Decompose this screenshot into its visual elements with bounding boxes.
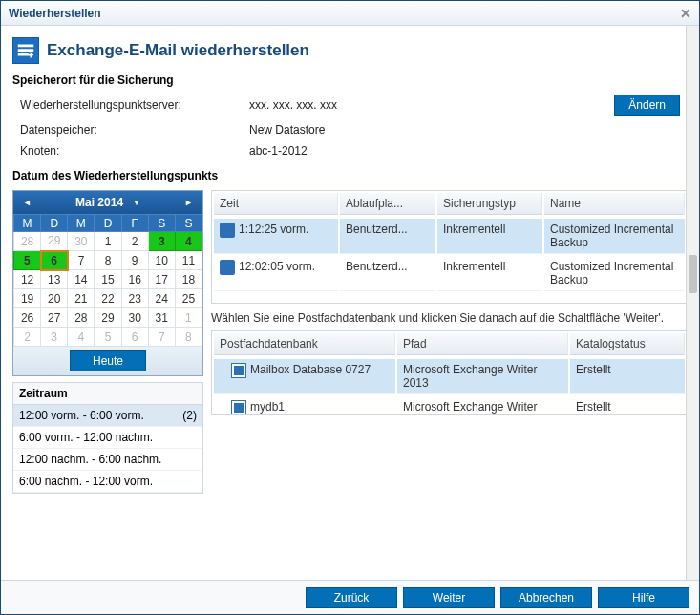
calendar-day[interactable]: 17 xyxy=(148,270,175,289)
calendar-day[interactable]: 6 xyxy=(121,328,148,347)
value-server: xxx. xxx. xxx. xxx xyxy=(249,98,614,112)
calendar-day[interactable]: 21 xyxy=(68,289,95,308)
database-icon xyxy=(231,363,246,378)
dialog-titlebar: Wiederherstellen ✕ xyxy=(1,1,699,26)
calendar-prev-icon[interactable]: ◄ xyxy=(17,196,37,209)
calendar-day[interactable]: 20 xyxy=(41,289,68,308)
calendar-day[interactable]: 4 xyxy=(68,328,95,347)
calendar-dow: D xyxy=(41,215,68,232)
col-type[interactable]: Sicherungstyp xyxy=(437,193,542,215)
scrollbar[interactable] xyxy=(686,26,699,580)
calendar-day[interactable]: 26 xyxy=(14,308,41,328)
time-period-row[interactable]: 6:00 nachm. - 12:00 vorm. xyxy=(13,471,202,493)
calendar-day[interactable]: 30 xyxy=(68,232,95,251)
calendar-day[interactable]: 6 xyxy=(41,251,68,270)
cell-path: Microsoft Exchange Writer 2013 xyxy=(397,396,568,414)
calendar-next-icon[interactable]: ► xyxy=(179,196,199,209)
time-period-count: (2) xyxy=(182,409,197,422)
calendar-day[interactable]: 9 xyxy=(121,251,148,270)
cell-type: Inkrementell xyxy=(437,219,542,254)
calendar-day[interactable]: 15 xyxy=(95,270,121,289)
calendar-day[interactable]: 22 xyxy=(95,289,121,308)
mailbox-db-row[interactable]: Mailbox Database 0727Microsoft Exchange … xyxy=(214,359,685,394)
calendar-day[interactable]: 25 xyxy=(175,289,202,308)
calendar-day[interactable]: 5 xyxy=(14,251,41,270)
hint-text: Wählen Sie eine Postfachdatenbank und kl… xyxy=(211,311,688,325)
section-backup-location: Speicherort für die Sicherung xyxy=(12,74,688,87)
calendar-day[interactable]: 8 xyxy=(175,328,202,347)
time-period-row[interactable]: 12:00 nachm. - 6:00 nachm. xyxy=(13,449,202,471)
today-button[interactable]: Heute xyxy=(70,350,146,371)
calendar-day[interactable]: 29 xyxy=(41,232,68,251)
value-node: abc-1-2012 xyxy=(249,144,614,158)
calendar-day[interactable]: 18 xyxy=(175,270,202,289)
col-time[interactable]: Zeit xyxy=(214,193,338,215)
calendar-day[interactable]: 11 xyxy=(175,251,202,270)
col-path[interactable]: Pfad xyxy=(397,333,568,355)
mailbox-db-row[interactable]: mydb1Microsoft Exchange Writer 2013Erste… xyxy=(214,396,685,414)
section-recovery-date: Datum des Wiederherstellungspunkts xyxy=(12,169,688,182)
calendar-day[interactable]: 31 xyxy=(148,308,175,328)
time-period-row[interactable]: 6:00 vorm. - 12:00 nachm. xyxy=(13,427,202,449)
recovery-point-icon xyxy=(220,223,235,238)
cell-status: Erstellt xyxy=(570,359,685,394)
cancel-button[interactable]: Abbrechen xyxy=(500,587,592,608)
cell-status: Erstellt xyxy=(570,396,685,414)
calendar-day[interactable]: 2 xyxy=(121,232,148,251)
calendar-day[interactable]: 14 xyxy=(68,270,95,289)
dialog-title: Wiederherstellen xyxy=(9,7,101,20)
calendar-day[interactable]: 3 xyxy=(41,328,68,347)
calendar-day[interactable]: 29 xyxy=(95,308,121,328)
calendar-day[interactable]: 5 xyxy=(95,328,121,347)
calendar-day[interactable]: 4 xyxy=(175,232,202,251)
next-button[interactable]: Weiter xyxy=(403,587,495,608)
col-name[interactable]: Name xyxy=(544,193,685,215)
calendar-dow: S xyxy=(148,215,175,232)
back-button[interactable]: Zurück xyxy=(306,587,397,608)
calendar-day[interactable]: 2 xyxy=(14,328,41,347)
calendar-day[interactable]: 28 xyxy=(14,232,41,251)
calendar-day[interactable]: 3 xyxy=(148,232,175,251)
chevron-down-icon[interactable]: ▼ xyxy=(133,199,140,207)
calendar-day[interactable]: 7 xyxy=(148,328,175,347)
calendar-day[interactable]: 27 xyxy=(41,308,68,328)
calendar-day[interactable]: 19 xyxy=(14,289,41,308)
calendar-day[interactable]: 10 xyxy=(148,251,175,270)
recovery-point-row[interactable]: 1:12:25 vorm.Benutzerd...InkrementellCus… xyxy=(214,219,685,254)
label-datastore: Datenspeicher: xyxy=(20,123,249,137)
time-period-label: 6:00 vorm. - 12:00 nachm. xyxy=(19,431,153,444)
calendar-day[interactable]: 13 xyxy=(41,270,68,289)
recovery-point-row[interactable]: 12:02:05 vorm.Benutzerd...InkrementellCu… xyxy=(214,256,685,291)
calendar-day[interactable]: 16 xyxy=(121,270,148,289)
calendar-day[interactable]: 12 xyxy=(14,270,41,289)
calendar-day[interactable]: 1 xyxy=(95,232,121,251)
col-catalog-status[interactable]: Katalogstatus xyxy=(570,333,685,355)
calendar-day[interactable]: 24 xyxy=(148,289,175,308)
calendar-day[interactable]: 7 xyxy=(68,251,95,270)
calendar-dow: M xyxy=(14,215,41,232)
calendar-day[interactable]: 30 xyxy=(121,308,148,328)
value-datastore: New Datastore xyxy=(249,123,614,137)
time-period-label: 6:00 nachm. - 12:00 vorm. xyxy=(19,475,153,488)
calendar-dow: D xyxy=(95,215,121,232)
scrollbar-thumb[interactable] xyxy=(689,255,697,293)
cell-db: mydb1 xyxy=(250,400,285,414)
calendar-day[interactable]: 23 xyxy=(121,289,148,308)
database-icon xyxy=(231,400,246,414)
calendar-day[interactable]: 1 xyxy=(175,308,202,328)
col-mailbox-db[interactable]: Postfachdatenbank xyxy=(214,333,395,355)
close-icon[interactable]: ✕ xyxy=(680,6,691,21)
calendar-month[interactable]: Mai 2014 xyxy=(75,196,123,209)
help-button[interactable]: Hilfe xyxy=(598,587,689,608)
cell-type: Inkrementell xyxy=(437,256,542,291)
calendar-day[interactable]: 28 xyxy=(68,308,95,328)
cell-time: 12:02:05 vorm. xyxy=(239,260,315,273)
cell-db: Mailbox Database 0727 xyxy=(250,363,371,376)
exchange-restore-icon xyxy=(12,37,39,64)
change-button[interactable]: Ändern xyxy=(614,95,680,116)
col-plan[interactable]: Ablaufpla... xyxy=(340,193,435,215)
calendar-day[interactable]: 8 xyxy=(95,251,121,270)
cell-plan: Benutzerd... xyxy=(340,219,435,254)
calendar-dow: F xyxy=(121,215,148,232)
time-period-row[interactable]: 12:00 vorm. - 6:00 vorm.(2) xyxy=(13,405,202,427)
